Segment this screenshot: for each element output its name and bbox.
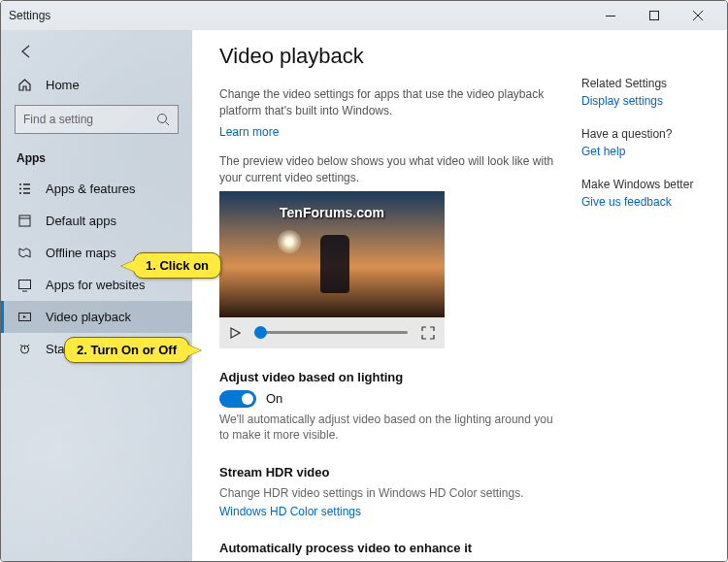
window-controls xyxy=(588,1,719,30)
nav-label: Default apps xyxy=(46,214,116,228)
search-placeholder: Find a setting xyxy=(23,113,156,126)
window-title: Settings xyxy=(9,9,588,22)
callout-2: 2. Turn On or Off xyxy=(64,337,189,363)
aside-panel: Related Settings Display settings Have a… xyxy=(581,30,727,561)
sidebar-item-default-apps[interactable]: Default apps xyxy=(1,205,192,237)
nav-label: Apps & features xyxy=(46,182,136,196)
learn-more-link[interactable]: Learn more xyxy=(219,125,279,139)
video-preview[interactable]: TenForums.com xyxy=(219,191,445,317)
content-area: Video playback Change the video settings… xyxy=(192,30,727,561)
startup-icon xyxy=(17,342,32,356)
video-scrubber[interactable] xyxy=(254,331,408,334)
sun-graphic xyxy=(278,230,301,253)
search-input[interactable]: Find a setting xyxy=(15,105,179,134)
svg-rect-3 xyxy=(19,215,30,226)
adjust-lighting-state: On xyxy=(266,391,282,406)
sidebar-section-header: Apps xyxy=(1,144,192,173)
search-icon xyxy=(156,113,170,126)
home-label: Home xyxy=(46,78,80,92)
hdr-link[interactable]: Windows HD Color settings xyxy=(219,505,361,518)
sidebar-item-video-playback[interactable]: Video playback xyxy=(1,301,192,333)
hdr-title: Stream HDR video xyxy=(219,465,554,479)
preview-note: The preview video below shows you what v… xyxy=(219,153,554,187)
display-settings-link[interactable]: Display settings xyxy=(581,94,710,108)
minimize-button[interactable] xyxy=(588,1,632,30)
get-help-link[interactable]: Get help xyxy=(581,145,710,158)
callout-1: 1. Click on xyxy=(133,252,221,279)
sidebar-item-apps-features[interactable]: Apps & features xyxy=(1,173,192,205)
related-settings-title: Related Settings xyxy=(581,77,710,90)
page-title: Video playback xyxy=(219,44,554,69)
play-icon[interactable] xyxy=(229,327,241,339)
question-title: Have a question? xyxy=(581,127,710,141)
svg-rect-4 xyxy=(18,281,30,289)
sidebar: Home Find a setting Apps Apps & features… xyxy=(1,30,192,561)
map-icon xyxy=(17,246,32,260)
svg-rect-0 xyxy=(606,16,615,17)
back-button[interactable] xyxy=(13,38,40,65)
video-controls xyxy=(219,317,445,348)
websites-icon xyxy=(17,278,32,292)
home-icon xyxy=(17,78,32,92)
better-title: Make Windows better xyxy=(581,178,710,191)
watermark-text: TenForums.com xyxy=(280,205,384,220)
svg-rect-1 xyxy=(649,12,658,20)
titlebar: Settings xyxy=(1,1,727,30)
nav-label: Video playback xyxy=(46,310,131,324)
video-icon xyxy=(17,310,32,324)
adjust-lighting-desc: We'll automatically adjust video based o… xyxy=(219,412,554,445)
maximize-button[interactable] xyxy=(632,1,676,30)
home-nav[interactable]: Home xyxy=(1,71,192,99)
adjust-lighting-title: Adjust video based on lighting xyxy=(219,370,554,384)
nav-label: Apps for websites xyxy=(46,278,146,292)
scrubber-thumb[interactable] xyxy=(254,326,267,339)
fullscreen-icon[interactable] xyxy=(421,326,435,340)
feedback-link[interactable]: Give us feedback xyxy=(581,195,710,209)
close-button[interactable] xyxy=(676,1,719,30)
default-apps-icon xyxy=(17,214,32,228)
hdr-desc: Change HDR video settings in Windows HD … xyxy=(219,485,554,502)
enhance-title: Automatically process video to enhance i… xyxy=(219,541,554,555)
list-icon xyxy=(17,182,32,196)
intro-text: Change the video settings for apps that … xyxy=(219,86,554,120)
nav-label: Offline maps xyxy=(46,246,116,260)
svg-point-2 xyxy=(158,115,167,123)
adjust-lighting-toggle[interactable] xyxy=(219,390,256,408)
